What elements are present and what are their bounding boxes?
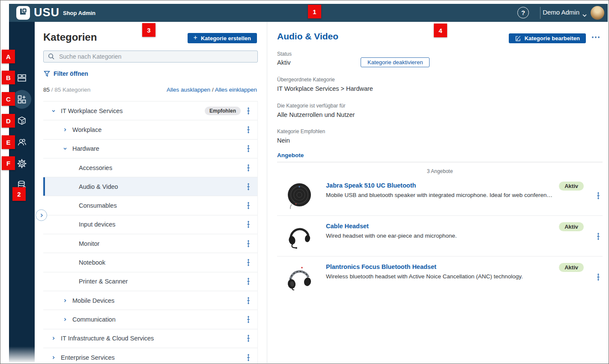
offer-side: Aktiv — [559, 181, 603, 209]
annotation-badge-E: E — [2, 135, 15, 149]
drag-handle-icon[interactable] — [246, 316, 251, 323]
avatar[interactable] — [591, 6, 604, 20]
status-label: Status — [277, 51, 292, 57]
tree-toolbar: Alles ausklappen / Alles einklappen — [167, 87, 257, 93]
annotation-badge-D: D — [2, 114, 15, 128]
user-menu[interactable]: Demo Admin — [543, 9, 579, 16]
product-image-speaker — [287, 181, 312, 209]
drag-handle-icon[interactable] — [596, 192, 601, 200]
product-image-cable-headset — [287, 222, 312, 250]
chevron-right-icon[interactable] — [63, 317, 67, 322]
tree-item-label: Audio & Video — [79, 183, 118, 190]
drag-handle-icon[interactable] — [596, 273, 601, 281]
chevron-right-icon[interactable] — [51, 355, 56, 360]
product-image-bluetooth-headset — [287, 263, 312, 291]
annotation-badge-1: 1 — [308, 5, 321, 18]
open-filter-link[interactable]: Filter öffnen — [44, 70, 88, 77]
status-value: Aktiv — [277, 59, 290, 66]
drag-handle-icon[interactable] — [246, 259, 251, 266]
tree-item-it-infrastructure[interactable]: IT Infrastructure & Cloud Services — [43, 329, 257, 348]
dashboard-icon[interactable] — [17, 73, 27, 83]
chevron-down-icon[interactable] — [63, 146, 67, 151]
collapse-all-link[interactable]: Alles einklappen — [215, 87, 257, 93]
tree-item-notebook[interactable]: Notebook — [43, 253, 257, 272]
recommended-badge: Empfohlen — [205, 107, 241, 115]
drag-handle-icon[interactable] — [246, 164, 251, 172]
drag-handle-icon[interactable] — [246, 221, 251, 228]
chevron-down-icon[interactable] — [582, 11, 587, 19]
categories-icon[interactable] — [17, 94, 27, 104]
tree-item-hardware[interactable]: Hardware — [43, 140, 257, 158]
chevron-down-icon[interactable] — [51, 109, 56, 113]
tree-item-accessories[interactable]: Accessories — [43, 158, 257, 177]
tree-item-label: Accessories — [79, 164, 112, 171]
drag-handle-icon[interactable] — [246, 354, 251, 361]
tree-item-audio-video[interactable]: Audio & Video — [43, 177, 257, 196]
tree-item-input-devices[interactable]: Input devices — [43, 215, 257, 234]
search-input[interactable] — [59, 53, 253, 60]
annotation-badge-C: C — [2, 92, 15, 106]
tree-item-monitor[interactable]: Monitor — [43, 234, 257, 253]
annotation-badge-B: B — [2, 71, 15, 84]
drag-handle-icon[interactable] — [246, 277, 251, 285]
tree-item-label: Enterprise Services — [61, 354, 115, 361]
tree-item-communication[interactable]: Communication — [43, 310, 257, 329]
available-for-label: Die Kategorie ist verfügbar für — [277, 103, 345, 109]
chevron-right-icon[interactable] — [63, 298, 67, 303]
offers-count: 3 Angebote — [277, 168, 603, 174]
users-icon[interactable] — [17, 137, 27, 147]
offer-title-link[interactable]: Cable Headset — [326, 223, 559, 230]
edit-category-label: Kategorie bearbeiten — [525, 35, 580, 42]
open-filter-label: Filter öffnen — [54, 70, 88, 77]
settings-icon[interactable] — [17, 158, 27, 169]
drag-handle-icon[interactable] — [246, 202, 251, 209]
tree-item-mobile-devices[interactable]: Mobile Devices — [43, 291, 257, 310]
tree-item-label: Consumables — [79, 202, 117, 209]
app-frame: USU Shop Admin ? Demo Admin — [0, 0, 609, 364]
tree-item-label: Workplace — [72, 126, 102, 133]
filter-icon — [44, 71, 50, 77]
tree-item-label: Mobile Devices — [72, 297, 114, 304]
drag-handle-icon[interactable] — [246, 297, 251, 304]
help-button[interactable]: ? — [517, 7, 529, 18]
recommended-value: Nein — [277, 137, 290, 144]
tab-angebote[interactable]: Angebote — [277, 152, 304, 158]
count-shown: 85 — [43, 87, 50, 93]
tree-item-enterprise-services[interactable]: Enterprise Services — [43, 348, 257, 364]
package-icon[interactable] — [17, 116, 27, 126]
tree-item-consumables[interactable]: Consumables — [43, 196, 257, 215]
edit-category-button[interactable]: Kategorie bearbeiten — [509, 33, 586, 43]
chevron-right-icon[interactable] — [51, 336, 56, 340]
more-options-icon[interactable] — [591, 36, 600, 39]
offer-title-link[interactable]: Jabra Speak 510 UC Bluetooth — [326, 182, 559, 189]
tree-item-it-workplace-services[interactable]: IT Workplace Services Empfohlen — [43, 101, 257, 120]
offer-text: Cable Headset Wired headset with one ear… — [326, 222, 559, 250]
status-badge: Aktiv — [559, 182, 584, 191]
offer-title-link[interactable]: Plantronics Focus Bluetooth Headset — [326, 263, 559, 270]
offer-text: Jabra Speak 510 UC Bluetooth Mobile USB … — [326, 181, 559, 209]
annotation-badge-F: F — [2, 156, 15, 170]
page-title: Kategorien — [43, 31, 97, 43]
drag-handle-icon[interactable] — [596, 233, 601, 240]
sidebar-expand-button[interactable] — [36, 209, 47, 221]
tab-rule — [277, 162, 603, 162]
tree-item-label: Input devices — [79, 221, 115, 228]
drag-handle-icon[interactable] — [246, 145, 251, 152]
drag-handle-icon[interactable] — [246, 334, 251, 342]
drag-handle-icon[interactable] — [246, 240, 251, 248]
offer-row-cable-headset[interactable]: Cable Headset Wired headset with one ear… — [277, 215, 603, 256]
drag-handle-icon[interactable] — [246, 183, 251, 191]
create-category-button[interactable]: + Kategorie erstellen — [188, 33, 257, 43]
offer-row-jabra-speak[interactable]: Jabra Speak 510 UC Bluetooth Mobile USB … — [277, 175, 603, 215]
drag-handle-icon[interactable] — [246, 126, 251, 134]
expand-all-link[interactable]: Alles ausklappen — [167, 87, 210, 93]
tree-item-printer-scanner[interactable]: Printer & Scanner — [43, 272, 257, 291]
offer-description: Mobile USB and bluetooth speaker with in… — [326, 192, 559, 198]
detail-title: Audio & Video — [277, 31, 338, 42]
deactivate-category-button[interactable]: Kategorie deaktivieren — [361, 57, 430, 67]
tree-item-label: Printer & Scanner — [79, 278, 128, 285]
chevron-right-icon[interactable] — [63, 128, 67, 132]
drag-handle-icon[interactable] — [246, 107, 251, 115]
tree-item-workplace[interactable]: Workplace — [43, 120, 257, 139]
offer-row-plantronics[interactable]: Plantronics Focus Bluetooth Headset Wire… — [277, 256, 603, 297]
